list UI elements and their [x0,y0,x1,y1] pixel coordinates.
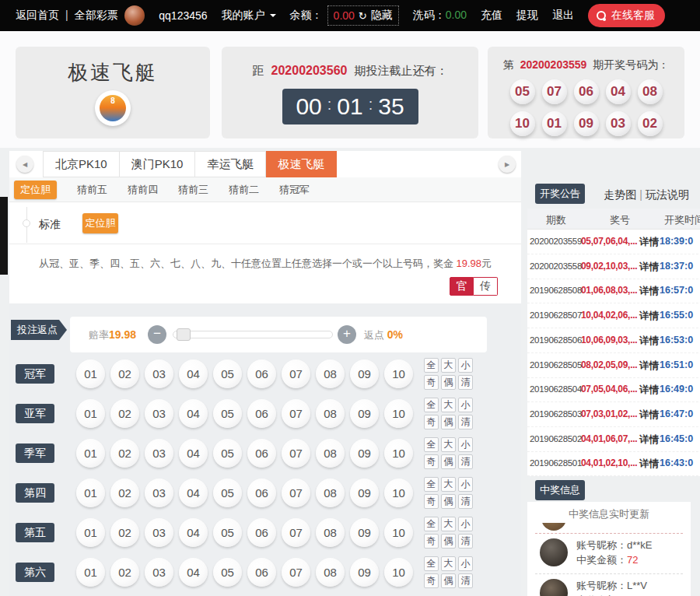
detail-link[interactable]: 详情 [639,359,659,373]
quick-select-button[interactable]: 全 [424,477,439,492]
quick-select-button[interactable]: 清 [458,534,473,549]
position-label[interactable]: 亚军 [16,404,54,423]
quick-select-button[interactable]: 大 [441,556,456,571]
quick-select-button[interactable]: 大 [441,517,456,531]
quick-select-button[interactable]: 全 [424,556,439,571]
number-ball[interactable]: 03 [145,479,173,507]
number-ball[interactable]: 10 [384,439,413,468]
quick-select-button[interactable]: 小 [458,477,473,492]
user-avatar[interactable] [124,5,145,26]
quick-select-button[interactable]: 大 [441,477,456,492]
number-ball[interactable]: 07 [282,439,310,468]
number-ball[interactable]: 10 [384,479,413,507]
mode-radio-icon[interactable] [23,219,30,227]
number-ball[interactable]: 10 [384,558,413,587]
number-ball[interactable]: 05 [213,399,242,428]
withdraw-link[interactable]: 提现 [516,9,538,23]
number-ball[interactable]: 05 [213,479,242,507]
quick-select-button[interactable]: 全 [424,398,439,412]
quick-select-button[interactable]: 全 [424,517,439,531]
my-account-menu[interactable]: 我的账户 [222,9,276,23]
number-ball[interactable]: 07 [282,518,310,547]
tabs-scroll-left-icon[interactable]: ◀ [16,156,33,173]
rebate-slider-track[interactable] [173,331,333,338]
refresh-icon[interactable]: ↻ [359,10,367,22]
number-ball[interactable]: 08 [316,359,345,388]
rebate-minus-button[interactable]: − [148,325,166,344]
lottery-tab[interactable]: 幸运飞艇 [195,151,266,177]
position-label[interactable]: 冠军 [16,364,54,384]
number-ball[interactable]: 07 [282,558,310,587]
number-ball[interactable]: 02 [110,558,139,587]
trend-chart-link[interactable]: 走势图 [604,188,636,201]
number-ball[interactable]: 09 [350,558,379,587]
detail-link[interactable]: 详情 [639,408,659,422]
quick-select-button[interactable]: 小 [458,556,473,571]
rebate-plus-button[interactable]: + [338,325,356,344]
number-ball[interactable]: 05 [213,359,242,388]
rebate-slider-handle[interactable] [177,328,191,341]
detail-link[interactable]: 详情 [639,261,659,274]
number-ball[interactable]: 06 [247,518,276,547]
number-ball[interactable]: 02 [110,359,139,388]
quick-select-button[interactable]: 偶 [441,415,456,429]
quick-select-button[interactable]: 清 [458,454,473,469]
number-ball[interactable]: 06 [247,479,276,507]
quick-select-button[interactable]: 奇 [424,375,439,390]
play-subtab[interactable]: 猜前三 [178,183,208,197]
quick-select-button[interactable]: 清 [458,494,473,509]
detail-link[interactable]: 详情 [639,458,659,471]
tabs-scroll-right-icon[interactable]: ▶ [499,156,516,173]
quick-select-button[interactable]: 偶 [441,454,456,469]
number-ball[interactable]: 03 [145,558,173,587]
lottery-tab[interactable]: 北京PK10 [43,151,120,177]
detail-link[interactable]: 详情 [639,433,659,447]
number-ball[interactable]: 04 [179,359,208,388]
number-ball[interactable]: 10 [384,518,413,547]
quick-select-button[interactable]: 奇 [424,573,439,588]
number-ball[interactable]: 02 [110,439,139,468]
quick-select-button[interactable]: 偶 [441,573,456,588]
number-ball[interactable]: 06 [247,558,276,587]
quick-select-button[interactable]: 小 [458,517,473,531]
number-ball[interactable]: 10 [384,399,413,428]
quick-select-button[interactable]: 偶 [441,534,456,549]
quick-select-button[interactable]: 全 [424,437,439,452]
quick-select-button[interactable]: 偶 [441,375,456,390]
number-ball[interactable]: 09 [350,479,379,507]
number-ball[interactable]: 03 [145,518,173,547]
official-button[interactable]: 官 [450,277,474,296]
number-ball[interactable]: 08 [316,558,345,587]
number-ball[interactable]: 08 [316,399,345,428]
number-ball[interactable]: 04 [179,439,208,468]
number-ball[interactable]: 07 [282,359,310,388]
quick-select-button[interactable]: 小 [458,358,473,373]
quick-select-button[interactable]: 大 [441,398,456,412]
number-ball[interactable]: 09 [350,399,379,428]
detail-link[interactable]: 详情 [639,310,659,323]
rules-link[interactable]: 玩法说明 [646,188,689,201]
number-ball[interactable]: 01 [76,479,105,507]
logout-link[interactable]: 退出 [552,9,574,23]
number-ball[interactable]: 02 [110,399,139,428]
number-ball[interactable]: 06 [247,399,276,428]
detail-link[interactable]: 详情 [639,285,659,298]
play-subtab[interactable]: 猜前二 [229,183,259,197]
recharge-link[interactable]: 充值 [481,9,502,23]
play-subtab[interactable]: 定位胆 [14,181,57,199]
quick-select-button[interactable]: 大 [441,437,456,452]
number-ball[interactable]: 01 [76,359,105,388]
position-label[interactable]: 第六 [16,563,54,582]
balance-box[interactable]: 0.00 ↻ 隐藏 [327,5,399,26]
number-ball[interactable]: 10 [384,359,413,388]
number-ball[interactable]: 01 [76,399,105,428]
number-ball[interactable]: 06 [247,439,276,468]
number-ball[interactable]: 06 [247,359,276,388]
number-ball[interactable]: 01 [76,518,105,547]
lottery-tab[interactable]: 澳门PK10 [120,151,196,177]
detail-link[interactable]: 详情 [639,335,659,348]
detail-link[interactable]: 详情 [639,384,659,397]
number-ball[interactable]: 08 [316,439,345,468]
position-label[interactable]: 第五 [16,523,54,542]
customer-service-button[interactable]: 在线客服 [588,4,665,27]
